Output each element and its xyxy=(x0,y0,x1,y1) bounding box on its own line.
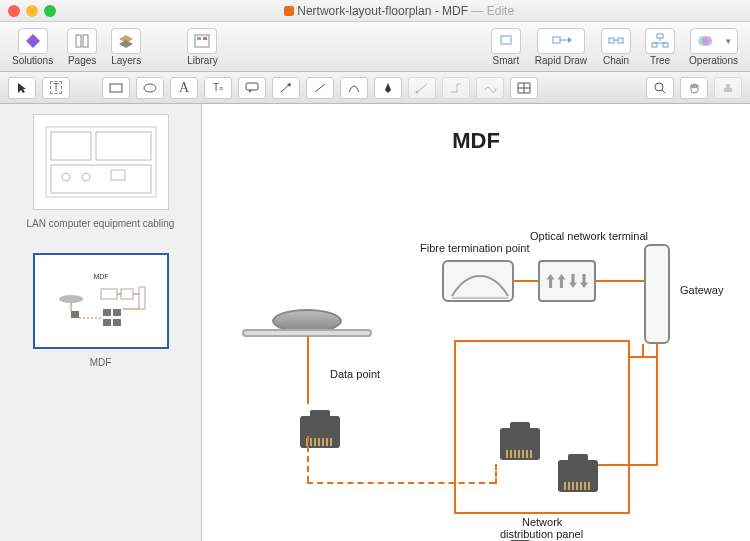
svg-point-51 xyxy=(59,295,83,303)
connector-dashed xyxy=(307,436,309,482)
stamp-tool[interactable] xyxy=(714,77,742,99)
svg-point-21 xyxy=(702,36,712,46)
svg-rect-52 xyxy=(103,309,111,316)
svg-line-37 xyxy=(662,90,665,93)
thumb-preview-icon xyxy=(41,122,161,202)
ftp-label: Fibre termination point xyxy=(420,242,529,254)
svg-rect-12 xyxy=(609,38,614,43)
minimize-icon[interactable] xyxy=(26,5,38,17)
pointer-tool[interactable] xyxy=(8,77,36,99)
svg-marker-11 xyxy=(568,37,572,43)
page-title: MDF xyxy=(202,128,750,154)
svg-rect-6 xyxy=(195,35,209,47)
svg-marker-22 xyxy=(18,83,26,93)
svg-marker-5 xyxy=(119,40,133,48)
page-thumb-1-label: LAN computer equipment cabling xyxy=(27,218,175,229)
svg-rect-17 xyxy=(663,43,668,47)
zoom-icon[interactable] xyxy=(44,5,56,17)
svg-line-31 xyxy=(417,84,427,92)
zoom-tool[interactable] xyxy=(646,77,674,99)
pages-sidebar: LAN computer equipment cabling MDF MDF xyxy=(0,104,202,541)
svg-rect-7 xyxy=(197,37,201,40)
line-tool[interactable] xyxy=(306,77,334,99)
connector xyxy=(596,280,644,282)
smart-connector-tool[interactable] xyxy=(442,77,470,99)
arrow-tool[interactable] xyxy=(272,77,300,99)
text-tool[interactable]: A xyxy=(170,77,198,99)
library-icon xyxy=(187,28,217,54)
svg-rect-48 xyxy=(101,289,117,299)
fibre-termination-point[interactable] xyxy=(442,260,514,302)
svg-rect-55 xyxy=(113,319,121,326)
tree-icon xyxy=(645,28,675,54)
window-title: Nertwork-layout-floorplan - MDF — Edite xyxy=(56,4,742,18)
page-thumb-2[interactable]: MDF xyxy=(33,253,169,349)
svg-marker-30 xyxy=(385,83,391,93)
connector xyxy=(642,344,644,356)
close-icon[interactable] xyxy=(8,5,20,17)
ndp-port[interactable] xyxy=(558,460,598,492)
ndp-port[interactable] xyxy=(500,428,540,460)
text-select-tool[interactable]: T xyxy=(42,77,70,99)
svg-rect-10 xyxy=(553,37,560,43)
svg-rect-23 xyxy=(110,84,122,92)
page-thumb-2-label: MDF xyxy=(90,357,112,368)
window-controls xyxy=(8,5,56,17)
tree-button[interactable]: Tree xyxy=(639,27,681,67)
hand-tool[interactable] xyxy=(680,77,708,99)
library-button[interactable]: Library xyxy=(181,27,224,67)
solutions-button[interactable]: Solutions xyxy=(6,27,59,67)
table-tool[interactable] xyxy=(510,77,538,99)
svg-rect-25 xyxy=(246,83,258,90)
data-point-port[interactable] xyxy=(300,416,340,448)
connector-tool[interactable] xyxy=(408,77,436,99)
ellipse-tool[interactable] xyxy=(136,77,164,99)
ndp-label-2: distribution panel xyxy=(500,528,583,540)
rapid-draw-button[interactable]: Rapid Draw xyxy=(529,27,593,67)
ndp-label-1: Network xyxy=(522,516,562,528)
smart-icon xyxy=(491,28,521,54)
operations-button[interactable]: ▾Operations xyxy=(683,27,744,67)
title-page: MDF xyxy=(442,4,468,18)
chain-button[interactable]: Chain xyxy=(595,27,637,67)
curve-tool[interactable] xyxy=(340,77,368,99)
rect-tool[interactable] xyxy=(102,77,130,99)
gateway-device[interactable] xyxy=(644,244,670,344)
app-icon xyxy=(18,28,48,54)
svg-line-29 xyxy=(315,84,325,92)
canvas[interactable]: MDF Data point Fibre termination point O… xyxy=(202,104,750,541)
rapid-draw-icon xyxy=(537,28,585,54)
page-thumb-1[interactable] xyxy=(33,114,169,210)
svg-rect-3 xyxy=(83,35,88,47)
svg-rect-56 xyxy=(71,311,79,318)
svg-rect-50 xyxy=(139,287,145,309)
svg-rect-0 xyxy=(284,6,294,16)
svg-rect-16 xyxy=(652,43,657,47)
optical-network-terminal[interactable] xyxy=(538,260,596,302)
svg-rect-54 xyxy=(103,319,111,326)
textbox-tool[interactable]: T≡ xyxy=(204,77,232,99)
connector xyxy=(628,340,630,514)
operations-icon: ▾ xyxy=(690,28,738,54)
wall-data-outlet[interactable] xyxy=(242,309,372,337)
svg-rect-9 xyxy=(501,36,511,44)
ont-label: Optical network terminal xyxy=(530,230,620,242)
main-area: LAN computer equipment cabling MDF MDF M… xyxy=(0,104,750,541)
svg-rect-40 xyxy=(46,127,156,197)
layers-button[interactable]: Layers xyxy=(105,27,147,67)
svg-rect-2 xyxy=(76,35,81,47)
gateway-label: Gateway xyxy=(680,284,723,296)
connector xyxy=(454,512,630,514)
svg-rect-49 xyxy=(121,289,133,299)
smart-button[interactable]: Smart xyxy=(485,27,527,67)
chain-icon xyxy=(601,28,631,54)
connector xyxy=(454,340,630,342)
spline-tool[interactable] xyxy=(476,77,504,99)
pages-button[interactable]: Pages xyxy=(61,27,103,67)
svg-rect-38 xyxy=(724,88,732,92)
title-state: — Edite xyxy=(471,4,514,18)
pen-tool[interactable] xyxy=(374,77,402,99)
callout-tool[interactable] xyxy=(238,77,266,99)
svg-text:MDF: MDF xyxy=(93,273,108,280)
svg-marker-1 xyxy=(26,34,40,48)
